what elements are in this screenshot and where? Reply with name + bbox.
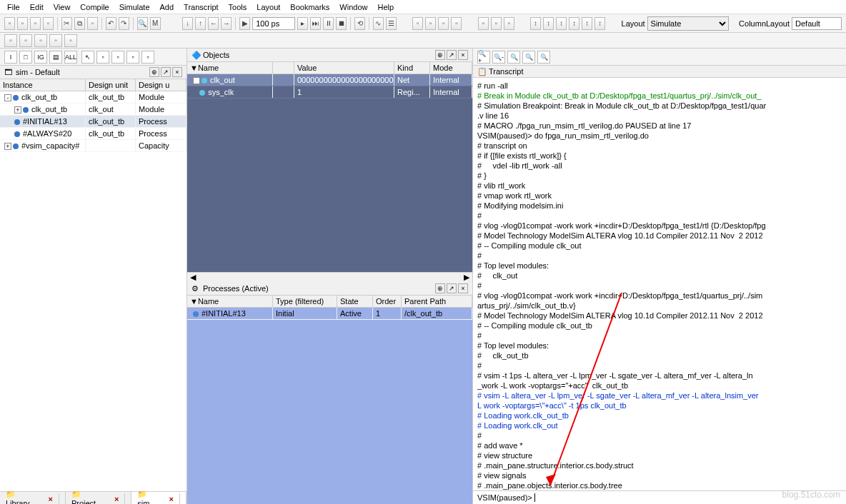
- objects-row[interactable]: +clk_out0000000000000000000000000001NetI…: [187, 74, 472, 86]
- undock-icon[interactable]: ↗: [161, 67, 171, 77]
- close-pane-icon[interactable]: ×: [458, 283, 468, 293]
- cursor-icon[interactable]: ↖: [81, 51, 94, 64]
- close-tab-icon[interactable]: ×: [42, 493, 59, 505]
- cov2-icon[interactable]: ▫: [491, 17, 502, 30]
- menu-file[interactable]: File: [3, 1, 24, 13]
- objects-grid-body[interactable]: +clk_out0000000000000000000000000001NetI…: [187, 74, 472, 272]
- layout-select[interactable]: Simulate: [647, 16, 729, 31]
- break-icon[interactable]: ⏸: [323, 17, 334, 30]
- tab-project[interactable]: 📁 Project×: [66, 492, 131, 504]
- tb2-5-icon[interactable]: ▫: [64, 34, 77, 47]
- cut-icon[interactable]: ✂: [61, 17, 72, 30]
- nav2-icon[interactable]: ↕: [543, 17, 554, 30]
- zoom-out-icon[interactable]: 🔍-: [492, 51, 505, 64]
- tb2-1-icon[interactable]: ▫: [4, 34, 17, 47]
- menu-bookmarks[interactable]: Bookmarks: [286, 1, 334, 13]
- cov3-icon[interactable]: ▫: [504, 17, 514, 30]
- zoom-region-icon[interactable]: 🔍: [537, 51, 550, 64]
- col-porder[interactable]: Order: [373, 296, 402, 307]
- menu-view[interactable]: View: [49, 1, 75, 13]
- menu-add[interactable]: Add: [156, 1, 179, 13]
- misc2-icon[interactable]: ▫: [425, 17, 436, 30]
- sim-row[interactable]: +#vsim_capacity#Capacity: [0, 140, 186, 152]
- misc1-icon[interactable]: ▫: [412, 17, 423, 30]
- sim-tb10-icon[interactable]: ▫: [141, 51, 154, 64]
- zoom-in-icon[interactable]: 🔍+: [477, 51, 490, 64]
- menu-layout[interactable]: Layout: [252, 1, 284, 13]
- objects-row[interactable]: sys_clk1Regi...Internal: [187, 86, 472, 99]
- nav5-icon[interactable]: ↕: [582, 17, 592, 30]
- sim-row[interactable]: #ALWAYS#20clk_out_tbProcess: [0, 128, 186, 140]
- col-design-unit[interactable]: Design unit: [86, 79, 136, 91]
- sim-tb9-icon[interactable]: ▫: [126, 51, 139, 64]
- sim-tb1-icon[interactable]: I: [4, 51, 17, 64]
- m-icon[interactable]: M: [150, 17, 161, 30]
- close-pane-icon[interactable]: ×: [172, 67, 182, 77]
- col-pparent[interactable]: Parent Path: [402, 296, 472, 307]
- sim-row[interactable]: -clk_out_tbclk_out_tbModule: [0, 91, 186, 104]
- menu-window[interactable]: Window: [335, 1, 372, 13]
- menu-transcript[interactable]: Transcript: [179, 1, 223, 13]
- right-icon[interactable]: →: [221, 17, 232, 30]
- new-icon[interactable]: ▫: [4, 17, 15, 30]
- run-icon[interactable]: ▶: [239, 17, 250, 30]
- time-input[interactable]: [252, 17, 295, 30]
- nav3-icon[interactable]: ↕: [556, 17, 567, 30]
- sim-tb4-icon[interactable]: ▤: [49, 51, 62, 64]
- tb2-4-icon[interactable]: ▫: [49, 34, 62, 47]
- zoom-fit-icon[interactable]: 🔍: [522, 51, 535, 64]
- menu-tools[interactable]: Tools: [224, 1, 252, 13]
- copy-icon[interactable]: ⧉: [74, 17, 85, 30]
- tab-sim[interactable]: 📁 sim×: [131, 492, 186, 504]
- processes-row[interactable]: #INITIAL#13InitialActive1/clk_out_tb: [187, 308, 472, 320]
- wave-icon[interactable]: ∿: [373, 17, 384, 30]
- pin-icon[interactable]: ⊕: [435, 50, 445, 60]
- save-icon[interactable]: ▫: [30, 17, 41, 30]
- transcript-output[interactable]: # run -all# Break in Module clk_out_tb a…: [473, 78, 846, 490]
- col-name[interactable]: ▼Name: [187, 62, 273, 74]
- undo-icon[interactable]: ↶: [106, 17, 116, 30]
- menu-edit[interactable]: Edit: [26, 1, 48, 13]
- open-icon[interactable]: ▫: [17, 17, 28, 30]
- left-icon[interactable]: ←: [208, 17, 219, 30]
- undock-icon[interactable]: ↗: [447, 50, 457, 60]
- sim-tb8-icon[interactable]: ▫: [111, 51, 124, 64]
- step-icon[interactable]: ↓: [182, 17, 193, 30]
- restart-icon[interactable]: ⟲: [354, 17, 365, 30]
- close-tab-icon[interactable]: ×: [109, 493, 125, 505]
- pin-icon[interactable]: ⊕: [435, 283, 445, 293]
- col-instance[interactable]: Instance: [0, 79, 86, 91]
- sim-tb3-icon[interactable]: IG: [34, 51, 47, 64]
- col-pname[interactable]: ▼Name: [187, 296, 273, 307]
- misc3-icon[interactable]: ▫: [438, 17, 449, 30]
- sim-row[interactable]: #INITIAL#13clk_out_tbProcess: [0, 116, 186, 128]
- sim-tb5-icon[interactable]: ALL: [64, 51, 77, 64]
- misc4-icon[interactable]: ▫: [451, 17, 462, 30]
- objects-scrollbar[interactable]: ◀▶: [187, 272, 472, 282]
- menu-simulate[interactable]: Simulate: [115, 1, 154, 13]
- col-ptype[interactable]: Type (filtered): [273, 296, 337, 307]
- zoom-full-icon[interactable]: 🔍: [507, 51, 520, 64]
- find-icon[interactable]: 🔍: [137, 17, 148, 30]
- redo-icon[interactable]: ↷: [119, 17, 129, 30]
- col-pstate[interactable]: State: [337, 296, 373, 307]
- run-continue-icon[interactable]: ▸: [297, 17, 308, 30]
- nav4-icon[interactable]: ↕: [569, 17, 579, 30]
- pin-icon[interactable]: ⊕: [149, 67, 159, 77]
- nav1-icon[interactable]: ↕: [530, 17, 541, 30]
- nav6-icon[interactable]: ↕: [594, 17, 605, 30]
- column-layout-input[interactable]: [792, 17, 842, 30]
- tab-library[interactable]: 📁 Library×: [0, 492, 66, 504]
- col-design-u[interactable]: Design u: [136, 79, 186, 91]
- col-blank[interactable]: [273, 62, 294, 74]
- run-all-icon[interactable]: ⏭: [310, 17, 321, 30]
- col-mode[interactable]: Mode: [430, 62, 472, 74]
- undock-icon[interactable]: ↗: [447, 283, 457, 293]
- cov1-icon[interactable]: ▫: [478, 17, 489, 30]
- close-pane-icon[interactable]: ×: [458, 50, 468, 60]
- tb2-3-icon[interactable]: ▫: [34, 34, 47, 47]
- close-tab-icon[interactable]: ×: [164, 493, 180, 505]
- stop-icon[interactable]: ⏹: [336, 17, 347, 30]
- sim-grid-body[interactable]: -clk_out_tbclk_out_tbModule+clk_out_tbcl…: [0, 91, 186, 491]
- up-icon[interactable]: ↑: [195, 17, 206, 30]
